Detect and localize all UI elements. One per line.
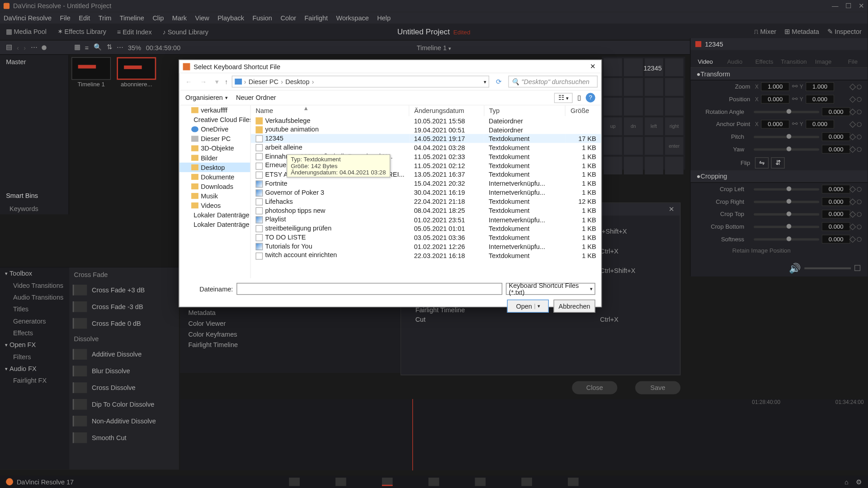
preview-pane-button[interactable]: ▯ <box>577 94 581 102</box>
tree-node-lokaler-datenträge[interactable]: Lokaler Datenträge <box>179 220 250 229</box>
reset-icon[interactable] <box>856 198 863 205</box>
file-row[interactable]: photoshop tipps new08.04.2021 18:25Textd… <box>251 206 601 215</box>
transport-keypad[interactable]: updnleftrightenter <box>602 56 685 169</box>
nav-back[interactable]: ← <box>183 78 194 85</box>
file-row[interactable]: Verkaufsbelege10.05.2021 15:58Dateiordne… <box>251 116 601 125</box>
keypad-cell[interactable] <box>644 157 663 175</box>
fx-item[interactable]: Additive Dissolve <box>69 346 179 363</box>
inspector-tab-effects[interactable]: Effects <box>750 50 779 67</box>
keypad-cell[interactable] <box>665 98 684 116</box>
fx-tree-audio-fx[interactable]: ▾ Audio FX <box>0 363 69 375</box>
file-row[interactable]: Tutorials for You01.02.2021 12:26Interne… <box>251 242 601 251</box>
nav-recent[interactable]: ▾ <box>213 78 221 85</box>
flip-h-icon[interactable]: ⇋ <box>755 157 769 169</box>
keyframe-icon[interactable] <box>849 186 856 192</box>
page-deliver[interactable] <box>568 478 579 486</box>
file-row[interactable]: twitch account einrichten22.03.2021 16:1… <box>251 251 601 260</box>
keyframe-icon[interactable] <box>849 108 856 115</box>
window-maximize[interactable]: ☐ <box>845 2 851 10</box>
search-icon[interactable]: 🔍 <box>94 43 102 51</box>
nav-up[interactable]: ↑ <box>225 78 228 85</box>
address-dropdown[interactable]: ▾ <box>484 79 486 84</box>
column-name[interactable]: Name ▴ <box>251 105 409 116</box>
menu-davinci-resolve[interactable]: DaVinci Resolve <box>4 14 52 22</box>
menu-file[interactable]: File <box>60 14 70 22</box>
keyframe-icon[interactable] <box>849 198 856 205</box>
refresh-button[interactable]: ⟳ <box>493 78 505 85</box>
save-button[interactable]: Save <box>635 381 680 394</box>
reset-icon[interactable] <box>856 121 863 127</box>
fx-item[interactable]: Cross Fade -3 dB <box>69 298 179 315</box>
reset-icon[interactable] <box>856 108 863 115</box>
menu-workspace[interactable]: Workspace <box>336 14 369 22</box>
keyframe-icon[interactable] <box>849 83 856 90</box>
file-row[interactable]: Governor of Poker 330.04.2021 16:19Inter… <box>251 188 601 197</box>
keypad-cell[interactable] <box>624 58 642 76</box>
keypad-cell[interactable] <box>604 58 622 76</box>
playhead[interactable] <box>412 399 413 470</box>
folder-tree[interactable]: verkauffffCreative Cloud FilesOneDriveDi… <box>179 105 251 278</box>
keypad-cell[interactable] <box>644 98 663 116</box>
keypad-cell[interactable] <box>604 98 622 116</box>
reset-icon[interactable] <box>856 223 863 230</box>
keypad-cell[interactable]: left <box>644 117 663 136</box>
effects-library-toggle[interactable]: ✶ Effects Library <box>57 28 106 36</box>
reset-icon[interactable] <box>856 211 863 217</box>
list-view-icon[interactable]: ≡ <box>85 44 89 51</box>
address-bar[interactable]: › Dieser PC › Desktop › ▾ <box>231 75 489 87</box>
menu-trim[interactable]: Trim <box>99 14 111 22</box>
command-item[interactable]: Color Keyframes <box>180 329 401 340</box>
inspector-tab-transition[interactable]: Transition <box>779 50 808 67</box>
keypad-cell[interactable] <box>665 78 684 96</box>
cancel-button[interactable]: Abbrechen <box>553 300 595 313</box>
sound-library-toggle[interactable]: ♪ Sound Library <box>162 28 208 36</box>
bin-view-icon[interactable]: ▤ <box>6 43 12 51</box>
keypad-cell[interactable]: right <box>665 117 684 136</box>
fx-tree-toolbox[interactable]: ▾ Toolbox <box>0 267 69 279</box>
inspector-tab-image[interactable]: Image <box>809 50 838 67</box>
window-minimize[interactable]: — <box>832 2 838 10</box>
file-row[interactable]: Fortnite15.04.2021 20:32Internetverknüpf… <box>251 179 601 188</box>
column-size[interactable]: Größe <box>566 105 601 116</box>
tree-node-verkauffff[interactable]: verkauffff <box>179 105 250 115</box>
file-row[interactable]: TO DO LISTE03.05.2021 03:36Textdokument1… <box>251 233 601 242</box>
section-transform[interactable]: ● Transform <box>691 68 868 80</box>
file-row[interactable]: 1234514.05.2021 19:17Textdokument17 KB <box>251 134 601 143</box>
fx-tree-video-transitions[interactable]: Video Transitions <box>0 279 69 291</box>
menu-edit[interactable]: Edit <box>79 14 90 22</box>
media-pool-toggle[interactable]: ▦ Media Pool <box>6 28 47 36</box>
mixer-toggle[interactable]: ⎍ Mixer <box>754 28 776 36</box>
fx-tree-open-fx[interactable]: ▾ Open FX <box>0 339 69 351</box>
page-cut[interactable] <box>335 478 346 486</box>
keyframe-icon[interactable] <box>849 236 856 243</box>
fx-item[interactable]: Blur Dissolve <box>69 363 179 380</box>
keypad-cell[interactable] <box>644 78 663 96</box>
file-row[interactable]: streitbeteiligung prüfen05.05.2021 01:01… <box>251 224 601 233</box>
reset-icon[interactable] <box>856 96 863 103</box>
page-fusion[interactable] <box>429 478 439 486</box>
page-edit[interactable] <box>382 478 393 486</box>
tree-node-3d-objekte[interactable]: 3D-Objekte <box>179 144 250 153</box>
link-icon[interactable]: ⚯ <box>792 83 797 90</box>
fx-item[interactable]: Cross Fade 0 dB <box>69 315 179 332</box>
clip-abonnieren[interactable]: abonniere... <box>117 57 156 89</box>
new-folder-button[interactable]: Neuer Ordner <box>236 94 276 101</box>
menu-playback[interactable]: Playback <box>217 14 244 22</box>
menu-help[interactable]: Help <box>377 14 391 22</box>
section-cropping[interactable]: ● Cropping <box>691 170 868 183</box>
zoom-value[interactable]: 35% <box>128 44 141 51</box>
timeline-selector[interactable]: Timeline 1 ▾ <box>417 44 451 51</box>
flip-v-icon[interactable]: ⇵ <box>771 157 784 169</box>
menu-timeline[interactable]: Timeline <box>120 14 144 22</box>
reset-icon[interactable] <box>856 133 863 140</box>
link-icon[interactable]: ⚯ <box>792 95 797 103</box>
keypad-cell[interactable] <box>604 78 622 96</box>
fx-tree-audio-transitions[interactable]: Audio Transitions <box>0 291 69 303</box>
menu-color[interactable]: Color <box>280 14 296 22</box>
column-date[interactable]: Änderungsdatum <box>409 105 484 116</box>
thumb-view-icon[interactable]: ▦ <box>74 43 80 51</box>
fx-tree-filters[interactable]: Filters <box>0 351 69 362</box>
keypad-cell[interactable] <box>624 157 642 175</box>
keyframe-icon[interactable] <box>849 133 856 140</box>
open-button[interactable]: Open ▾ <box>507 300 549 313</box>
